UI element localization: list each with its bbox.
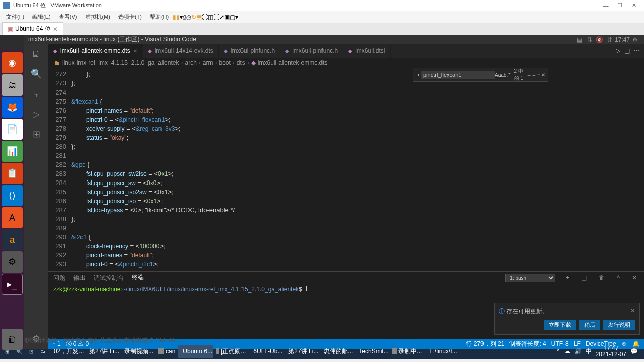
prev-icon[interactable]: ←	[526, 70, 531, 79]
panel-icon[interactable]: ▤	[575, 36, 585, 43]
tray-up-icon[interactable]: ^	[557, 348, 560, 355]
next-icon[interactable]: →	[531, 70, 536, 79]
sync-icon[interactable]: ⇅	[585, 36, 595, 43]
device-icon[interactable]: ▣	[224, 14, 230, 21]
taskbar-item[interactable]: 第27讲 Li...	[85, 345, 120, 358]
code-content[interactable]: }; }; &flexcan1 { pinctrl-names = "defau…	[71, 68, 599, 271]
sound-icon[interactable]: 🔇	[595, 36, 605, 43]
manage-icon[interactable]: ⬒	[196, 14, 202, 21]
maximize-button[interactable]: ☐	[613, 1, 627, 11]
minimize-button[interactable]: —	[599, 1, 613, 11]
close-icon[interactable]: ✕	[133, 48, 137, 54]
fullscreen-icon[interactable]: ⛶	[213, 14, 219, 21]
tray-ime-icon[interactable]: 中	[586, 347, 592, 356]
panel-tab-output[interactable]: 输出	[73, 274, 86, 282]
download-button[interactable]: 立即下载	[544, 320, 576, 330]
taskbar-item[interactable]: Ubuntu 6...	[178, 345, 213, 358]
tab-pinfunc-h[interactable]: ◆imx6ul-pinfunc.h	[219, 44, 280, 58]
taskview-icon[interactable]: ⊡	[26, 345, 36, 358]
panel-tab-debug[interactable]: 调试控制台	[94, 274, 124, 282]
find-input[interactable]	[421, 71, 495, 79]
regex-icon[interactable]: .*	[506, 70, 511, 79]
case-icon[interactable]: Aa	[495, 70, 501, 79]
close-icon[interactable]: ✕	[541, 70, 546, 79]
tray-sound-icon[interactable]: 🔊	[574, 348, 582, 355]
dash-icon[interactable]: ◉	[2, 52, 23, 73]
menu-vm[interactable]: 虚拟机(M)	[81, 13, 114, 21]
tab-pinfunc2-h[interactable]: ◆imx6ull-pinfunc.h	[280, 44, 343, 58]
close-icon[interactable]: ✕	[630, 307, 635, 314]
clock-icon[interactable]: ◷	[186, 14, 191, 21]
minimap[interactable]	[599, 68, 644, 271]
tray-cloud-icon[interactable]: ☁	[564, 348, 570, 355]
snapshot-icon[interactable]: ⎙	[183, 14, 186, 21]
calc-icon[interactable]: 📊	[2, 141, 23, 162]
terminal[interactable]: zzk@zzk-virtual-machine:~/linux/IMX6ULL/…	[48, 284, 644, 339]
amazon-icon[interactable]: a	[2, 229, 23, 250]
trash-icon[interactable]: 🗑	[2, 329, 23, 350]
explorer-icon[interactable]: 🗂	[37, 345, 48, 358]
taskbar-item[interactable]: 录制中...	[389, 345, 425, 358]
tab-evk-dts[interactable]: ◆imx6ull-14x14-evk.dts	[143, 44, 219, 58]
terminal-icon[interactable]: ▸_	[2, 274, 23, 295]
more-icon[interactable]: ▢▾	[230, 14, 238, 21]
panel-tab-problems[interactable]: 问题	[53, 274, 65, 282]
more-icon[interactable]: ⋯	[634, 47, 640, 54]
taskbar-item[interactable]: F:\linux\I...	[425, 345, 460, 358]
vscode-icon[interactable]: ⟨⟩	[2, 185, 23, 206]
software-icon[interactable]: A	[2, 207, 23, 228]
status-indent[interactable]: 制表符长度: 4	[509, 340, 546, 348]
release-notes-button[interactable]: 发行说明	[603, 320, 635, 330]
taskbar-item[interactable]: can	[155, 345, 178, 358]
git-icon[interactable]: ⑂	[30, 88, 42, 100]
trash-icon[interactable]: 🗑	[597, 274, 607, 281]
later-button[interactable]: 稍后	[579, 320, 600, 330]
search-icon[interactable]: 🔍	[30, 68, 42, 80]
chevron-right-icon[interactable]: ›	[415, 71, 421, 78]
extensions-icon[interactable]: ⊞	[30, 128, 42, 140]
menu-tabs[interactable]: 选项卡(T)	[114, 13, 146, 21]
taskbar-item[interactable]: 第27讲 Li...	[284, 345, 319, 358]
network-icon[interactable]: ⇵	[605, 36, 615, 43]
stretch-icon[interactable]: ⤢	[219, 14, 224, 21]
selection-icon[interactable]: ≡	[536, 70, 541, 79]
run-icon[interactable]: ▷	[616, 47, 620, 54]
explorer-icon[interactable]: 🗎	[30, 48, 42, 60]
tray-clock[interactable]: 17:47 2021-12-07	[596, 345, 626, 357]
files-icon[interactable]: 🗂	[2, 74, 23, 96]
taskbar-item[interactable]: 录制视频...	[120, 345, 155, 358]
terminal-select[interactable]: 1: bash	[505, 274, 555, 282]
taskbar-item[interactable]: 02，开发...	[49, 345, 85, 358]
split-terminal-icon[interactable]: ◫	[579, 274, 589, 281]
tab-emmc-dts[interactable]: ◆imx6ull-alientek-emmc.dts✕	[48, 44, 143, 58]
taskbar-item[interactable]: [正点原...	[213, 345, 249, 358]
vmware-tab-ubuntu[interactable]: ▣ Ubuntu 64 位 ✕	[2, 22, 63, 35]
split-icon[interactable]: ◫	[624, 47, 630, 54]
new-terminal-icon[interactable]: +	[564, 274, 571, 281]
notifications-icon[interactable]: 💬	[630, 348, 638, 355]
close-icon[interactable]: ✕	[53, 26, 58, 33]
revert-icon[interactable]: ↻	[191, 14, 196, 21]
menu-view[interactable]: 查看(V)	[55, 13, 82, 21]
status-line-col[interactable]: 行 279，列 21	[466, 340, 504, 348]
tab-dtsi[interactable]: ◆imx6ull.dtsi	[343, 44, 390, 58]
settings-icon[interactable]: ⚙	[2, 251, 23, 273]
writer-icon[interactable]: 📄	[2, 119, 23, 140]
taskbar-item[interactable]: 6ULL-Ub...	[249, 345, 284, 358]
menu-file[interactable]: 文件(F)	[2, 13, 28, 21]
fit-icon[interactable]: ⛶	[202, 14, 208, 21]
menu-help[interactable]: 帮助(H)	[146, 13, 173, 21]
close-button[interactable]: ✕	[627, 1, 641, 11]
menu-edit[interactable]: 编辑(E)	[28, 13, 55, 21]
firefox-icon[interactable]: 🦊	[2, 97, 23, 118]
pause-icon[interactable]: ▮▮	[173, 14, 180, 21]
close-icon[interactable]: ✕	[630, 274, 639, 281]
code-editor[interactable]: 2722732742752762772782792802812822832842…	[48, 68, 599, 271]
unity-icon[interactable]: ◫	[208, 14, 213, 21]
panel-tab-terminal[interactable]: 终端	[132, 273, 144, 282]
taskbar-item[interactable]: TechSmit...	[354, 345, 389, 358]
system-tray[interactable]: ^ ☁ 🔊 中 17:47 2021-12-07 💬	[553, 345, 642, 357]
word-icon[interactable]: ab	[501, 70, 506, 79]
impress-icon[interactable]: 📋	[2, 163, 23, 184]
maximize-icon[interactable]: ^	[615, 274, 622, 281]
